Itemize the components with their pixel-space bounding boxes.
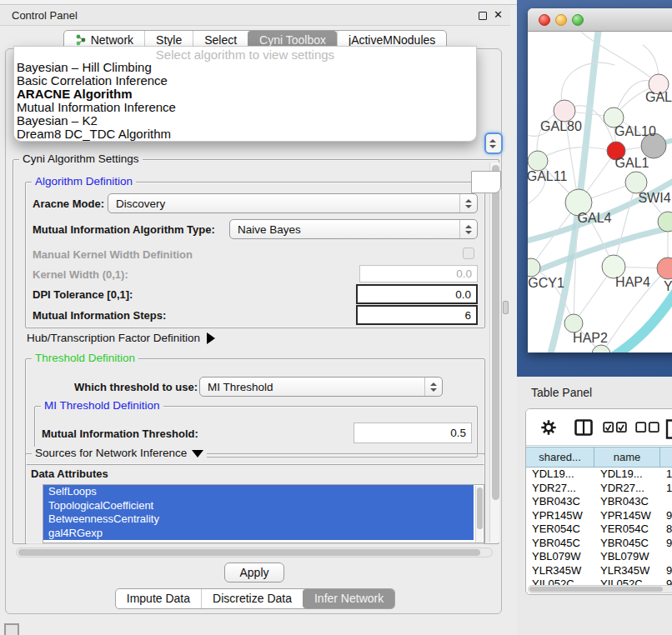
- screen: Control Panel ✕ NetworkStyleSelectCyni T…: [0, 0, 672, 635]
- bottom-tab-impute-data[interactable]: Impute Data: [116, 589, 201, 608]
- hub-definition-label: Hub/Transcription Factor Definition: [27, 332, 200, 344]
- data-attribute-item[interactable]: gal4RGexp: [43, 527, 474, 541]
- table-cell: YBL079W: [594, 550, 660, 564]
- float-window-icon[interactable]: [479, 12, 487, 20]
- settings-horizontal-scrollbar[interactable]: [16, 548, 493, 558]
- aracne-mode-combo[interactable]: Discovery: [108, 193, 478, 213]
- list-scrollbar-thumb[interactable]: [477, 488, 483, 529]
- table-row[interactable]: YDR27...YDR27...12: [526, 482, 672, 496]
- mi-threshold-title: MI Threshold Definition: [41, 399, 163, 412]
- table-row[interactable]: YPR145WYPR145W9.: [526, 509, 672, 523]
- algorithm-option-bayesian-hill-climbing[interactable]: Bayesian – Hill Climbing: [17, 61, 474, 74]
- stepper-icon[interactable]: [459, 194, 477, 212]
- table-row[interactable]: YDL19...YDL19...13: [526, 468, 672, 482]
- mi-steps-field[interactable]: 6: [356, 305, 478, 325]
- node-label: SWI4: [638, 191, 670, 205]
- table-cell: YDR27...: [594, 482, 660, 496]
- stepper-icon[interactable]: [424, 378, 442, 396]
- network-view-window[interactable]: GALGAL80GAL10GAL1GAL11SWI4GAL4GCY1HAP4YH…: [528, 8, 672, 352]
- settings-scrollbar-thumb[interactable]: [492, 165, 499, 500]
- data-attribute-item[interactable]: BetweennessCentrality: [43, 512, 474, 527]
- cyni-algorithm-settings-group: Cyni Algorithm Settings Algorithm Defini…: [13, 159, 499, 544]
- minimized-panel-icon[interactable]: [4, 623, 19, 635]
- table-cell: YDL19...: [526, 468, 594, 482]
- table-hscrollbar-thumb[interactable]: [529, 587, 663, 592]
- manual-kernel-checkbox[interactable]: [463, 248, 474, 259]
- algorithm-option-bayesian-k2[interactable]: Bayesian – K2: [17, 114, 474, 128]
- collapse-arrow-icon: [192, 450, 203, 458]
- combo-fragment[interactable]: [471, 171, 501, 193]
- minimize-traffic-light-icon[interactable]: [555, 14, 567, 26]
- algorithm-option-basic-correlation-inference[interactable]: Basic Correlation Inference: [17, 74, 474, 88]
- network-canvas[interactable]: GALGAL80GAL10GAL1GAL11SWI4GAL4GCY1HAP4YH…: [528, 32, 672, 352]
- node-label: GAL: [645, 90, 672, 104]
- network-edge: [611, 287, 672, 352]
- algorithm-option-dream8-dc-tdc-algorithm[interactable]: Dream8 DC_TDC Algorithm: [17, 128, 474, 141]
- network-graph: GALGAL80GAL10GAL1GAL11SWI4GAL4GCY1HAP4YH…: [528, 32, 672, 352]
- which-threshold-combo[interactable]: MI Threshold: [199, 377, 443, 397]
- node-label: GAL11: [528, 169, 567, 183]
- table-cell: 13: [660, 468, 672, 482]
- list-vertical-scrollbar[interactable]: [475, 486, 483, 543]
- columns-icon[interactable]: [574, 418, 594, 437]
- table-cell: 8.: [660, 522, 672, 537]
- table-cell: YBL079W: [526, 550, 594, 564]
- settings-vertical-scrollbar[interactable]: [489, 162, 499, 542]
- table-horizontal-scrollbar[interactable]: [528, 585, 672, 593]
- table-row[interactable]: YBR045CYBR045C9.: [526, 537, 672, 551]
- table-row[interactable]: YBR043CYBR043C: [526, 495, 672, 509]
- algorithm-option-mutual-information-inference[interactable]: Mutual Information Inference: [17, 101, 474, 114]
- zoom-traffic-light-icon[interactable]: [572, 14, 584, 26]
- data-attribute-item[interactable]: SelfLoops: [43, 485, 474, 499]
- dock-top-edge: [0, 0, 517, 5]
- column-header[interactable]: shared...: [526, 447, 594, 468]
- close-traffic-light-icon[interactable]: [539, 14, 550, 26]
- table-cell: YDR27...: [526, 482, 594, 496]
- deselect-all-checkboxes-icon[interactable]: [635, 422, 660, 433]
- algorithm-option-aracne-algorithm[interactable]: ARACNE Algorithm: [17, 88, 474, 101]
- manual-kernel-label: Manual Kernel Width Definition: [33, 248, 193, 261]
- table-cell: YPR145W: [526, 509, 594, 523]
- panel-splitter-handle[interactable]: [503, 301, 509, 314]
- tab-label: Select: [204, 33, 237, 47]
- algorithm-definition-title: Algorithm Definition: [32, 175, 136, 188]
- data-attributes-label: Data Attributes: [31, 468, 108, 480]
- select-all-checkboxes-icon[interactable]: [603, 422, 628, 433]
- table-cell: [660, 550, 672, 564]
- gear-icon[interactable]: [539, 418, 558, 437]
- tab-label: Style: [156, 33, 182, 47]
- table-row[interactable]: YBL079WYBL079W: [526, 550, 672, 564]
- kernel-width-field[interactable]: 0.0: [359, 265, 478, 282]
- focused-combo-fragment[interactable]: [484, 132, 503, 154]
- table-row[interactable]: YLR345WYLR345W9.: [526, 564, 672, 578]
- close-icon[interactable]: ✕: [494, 8, 503, 21]
- table-body: YDL19...YDL19...13YDR27...YDR27...12YBR0…: [526, 468, 672, 592]
- table-row[interactable]: YER054CYER054C8.: [526, 522, 672, 537]
- column-header[interactable]: name: [594, 447, 660, 468]
- dpi-tolerance-field[interactable]: 0.0: [356, 284, 478, 304]
- file-icon[interactable]: [664, 418, 672, 440]
- network-node-gcy1[interactable]: [528, 258, 540, 277]
- hscrollbar-thumb[interactable]: [18, 549, 480, 556]
- table-cell: YPR145W: [594, 509, 660, 523]
- data-attribute-item[interactable]: TopologicalCoefficient: [43, 499, 474, 513]
- network-window-titlebar[interactable]: [528, 8, 672, 32]
- mi-type-combo[interactable]: Naive Bayes: [229, 219, 478, 239]
- sources-title-row[interactable]: Sources for Network Inference: [32, 447, 207, 459]
- hub-definition-expander[interactable]: Hub/Transcription Factor Definition: [27, 332, 215, 344]
- bottom-tab-discretize-data[interactable]: Discretize Data: [201, 589, 303, 608]
- expander-arrow-icon: [207, 332, 215, 344]
- algorithm-definition-group: Algorithm Definition Aracne Mode: Discov…: [25, 182, 485, 328]
- control-panel-title: Control Panel: [12, 9, 78, 22]
- table-cell: YLR345W: [526, 564, 594, 578]
- apply-button[interactable]: Apply: [224, 562, 284, 582]
- mi-threshold-field[interactable]: 0.5: [354, 422, 472, 443]
- network-node-gal11[interactable]: [528, 151, 548, 171]
- stepper-icon[interactable]: [459, 220, 477, 238]
- network-node-y[interactable]: [657, 258, 672, 279]
- bottom-tab-infer-network[interactable]: Infer Network: [303, 589, 394, 608]
- data-attributes-list[interactable]: SelfLoopsTopologicalCoefficientBetweenne…: [43, 484, 484, 543]
- table-cell: 9.: [660, 537, 672, 551]
- network-node-hap2[interactable]: [564, 314, 583, 332]
- column-header[interactable]: [660, 447, 672, 468]
